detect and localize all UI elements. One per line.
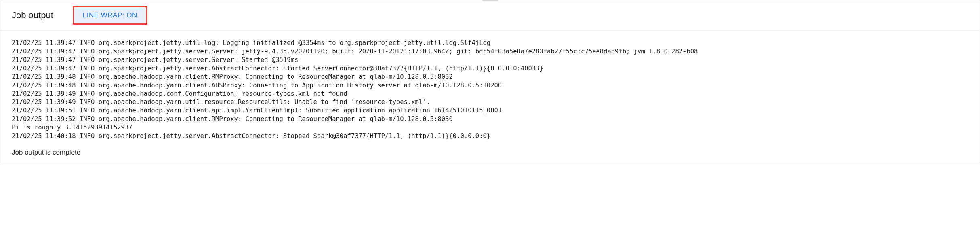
panel-header: Job output LINE WRAP: ON (0, 0, 980, 31)
drag-handle[interactable] (482, 0, 498, 1)
panel-title: Job output (12, 10, 53, 21)
line-wrap-toggle-button[interactable]: LINE WRAP: ON (73, 6, 147, 25)
job-output-panel: Job output LINE WRAP: ON 21/02/25 11:39:… (0, 0, 980, 163)
job-output-status: Job output is complete (0, 144, 980, 163)
log-output: 21/02/25 11:39:47 INFO org.sparkproject.… (0, 31, 980, 144)
